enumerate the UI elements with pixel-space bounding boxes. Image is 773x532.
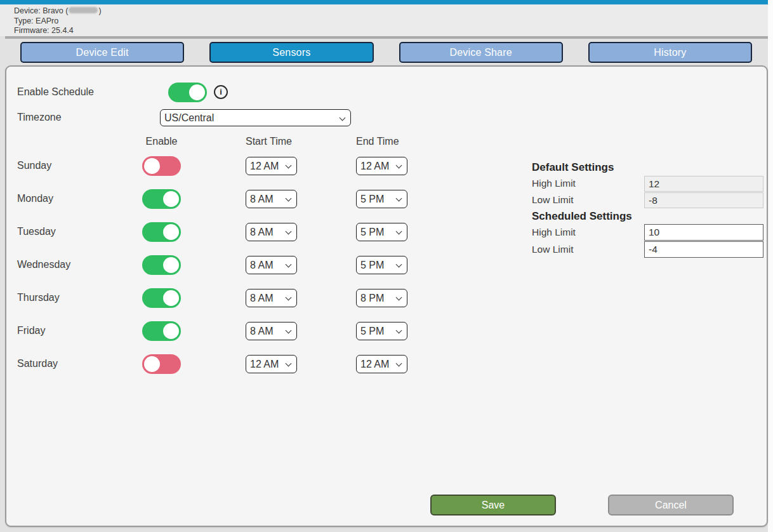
start-time-select[interactable]: 8 AM xyxy=(246,223,296,241)
end-time-select-box: 12 AM xyxy=(356,355,407,373)
end-time-select[interactable]: 8 PM xyxy=(357,289,407,307)
tab-history[interactable]: History xyxy=(588,42,752,63)
column-header-end-time: End Time xyxy=(356,136,399,147)
start-time-select-box: 8 AM xyxy=(246,223,297,241)
timezone-label: Timezone xyxy=(17,112,62,123)
end-time-select-box: 12 AM xyxy=(356,157,407,175)
timezone-select[interactable]: US/Central xyxy=(161,110,350,126)
end-time-select-box: 8 PM xyxy=(356,289,407,307)
header-divider xyxy=(5,36,768,39)
toggle-saturday[interactable] xyxy=(142,354,181,374)
redacted-device-id xyxy=(69,7,98,13)
toggle-knob xyxy=(163,224,179,240)
toggle-knob xyxy=(144,158,160,174)
end-time-select-box: 5 PM xyxy=(356,322,407,340)
toggle-wednesday[interactable] xyxy=(142,255,181,275)
start-time-select-box: 8 AM xyxy=(246,322,297,340)
default-settings-heading: Default Settings xyxy=(532,161,614,174)
default-low-limit-input xyxy=(644,192,763,208)
end-time-select-box: 5 PM xyxy=(356,190,407,208)
scrollbar-track xyxy=(768,0,773,532)
end-time-select[interactable]: 5 PM xyxy=(357,223,407,241)
device-firmware-line: Firmware: 25.4.4 xyxy=(14,26,768,36)
end-time-select-box: 5 PM xyxy=(356,256,407,274)
end-time-select[interactable]: 5 PM xyxy=(357,256,407,274)
start-time-select[interactable]: 8 AM xyxy=(246,256,296,274)
start-time-select[interactable]: 12 AM xyxy=(246,157,296,175)
top-accent-bar xyxy=(0,0,768,4)
start-time-select-box: 12 AM xyxy=(246,157,297,175)
toggle-knob xyxy=(163,257,179,273)
toggle-knob xyxy=(163,290,179,306)
scheduled-low-limit-label: Low Limit xyxy=(532,244,573,255)
toggle-thursday[interactable] xyxy=(142,288,181,308)
day-row-friday: Friday 8 AM 5 PM xyxy=(6,315,451,348)
toggle-tuesday[interactable] xyxy=(142,222,181,242)
device-info-header: Device: Bravo () Type: EAPro Firmware: 2… xyxy=(0,4,768,36)
end-time-select-box: 5 PM xyxy=(356,223,407,241)
sensors-panel: Enable Schedule i Timezone US/Central En… xyxy=(5,65,768,527)
toggle-sunday[interactable] xyxy=(142,156,181,176)
toggle-knob xyxy=(189,84,205,100)
toggle-friday[interactable] xyxy=(142,321,181,341)
default-high-limit-input xyxy=(644,176,763,192)
timezone-select-box: US/Central xyxy=(160,109,351,126)
column-header-enable: Enable xyxy=(142,136,181,147)
default-low-limit-label: Low Limit xyxy=(532,194,573,206)
start-time-select-box: 8 AM xyxy=(246,256,297,274)
end-time-select[interactable]: 5 PM xyxy=(357,323,407,340)
device-name-line: Device: Bravo () xyxy=(14,6,768,17)
day-row-sunday: Sunday 12 AM 12 AM xyxy=(6,150,451,183)
day-row-tuesday: Tuesday 8 AM 5 PM xyxy=(6,216,451,249)
tab-device-share[interactable]: Device Share xyxy=(399,42,563,63)
toggle-monday[interactable] xyxy=(142,189,181,209)
start-time-select-box: 8 AM xyxy=(246,190,297,208)
default-high-limit-label: High Limit xyxy=(532,178,576,189)
start-time-select[interactable]: 8 AM xyxy=(246,190,296,208)
day-row-thursday: Thursday 8 AM 8 PM xyxy=(6,282,451,315)
day-row-saturday: Saturday 12 AM 12 AM xyxy=(6,348,451,381)
start-time-select[interactable]: 8 AM xyxy=(246,323,296,340)
enable-schedule-toggle[interactable] xyxy=(168,83,207,102)
toggle-knob xyxy=(163,323,179,339)
tab-bar: Device EditSensorsDevice ShareHistory xyxy=(20,42,752,63)
end-time-select[interactable]: 5 PM xyxy=(357,190,407,208)
start-time-select[interactable]: 8 AM xyxy=(246,289,296,307)
enable-schedule-label: Enable Schedule xyxy=(17,86,94,98)
tab-device-edit[interactable]: Device Edit xyxy=(20,42,184,63)
start-time-select[interactable]: 12 AM xyxy=(246,356,296,373)
device-type-line: Type: EAPro xyxy=(14,17,768,27)
tab-sensors[interactable]: Sensors xyxy=(209,42,373,63)
start-time-select-box: 8 AM xyxy=(246,289,297,307)
scheduled-settings-heading: Scheduled Settings xyxy=(532,210,632,223)
scheduled-low-limit-input[interactable] xyxy=(644,241,763,258)
start-time-select-box: 12 AM xyxy=(246,355,297,373)
column-header-start-time: Start Time xyxy=(246,136,292,147)
end-time-select[interactable]: 12 AM xyxy=(357,157,407,175)
info-icon[interactable]: i xyxy=(214,85,228,99)
save-button[interactable]: Save xyxy=(430,495,556,515)
schedule-day-rows: Sunday 12 AM 12 AM Monday 8 AM 5 PM Tues xyxy=(6,150,451,381)
day-row-monday: Monday 8 AM 5 PM xyxy=(6,183,451,216)
scheduled-high-limit-input[interactable] xyxy=(644,224,763,241)
toggle-knob xyxy=(144,356,160,372)
scheduled-high-limit-label: High Limit xyxy=(532,227,576,238)
end-time-select[interactable]: 12 AM xyxy=(357,356,407,373)
cancel-button[interactable]: Cancel xyxy=(608,495,734,515)
toggle-knob xyxy=(163,191,179,207)
day-row-wednesday: Wednesday 8 AM 5 PM xyxy=(6,249,451,282)
